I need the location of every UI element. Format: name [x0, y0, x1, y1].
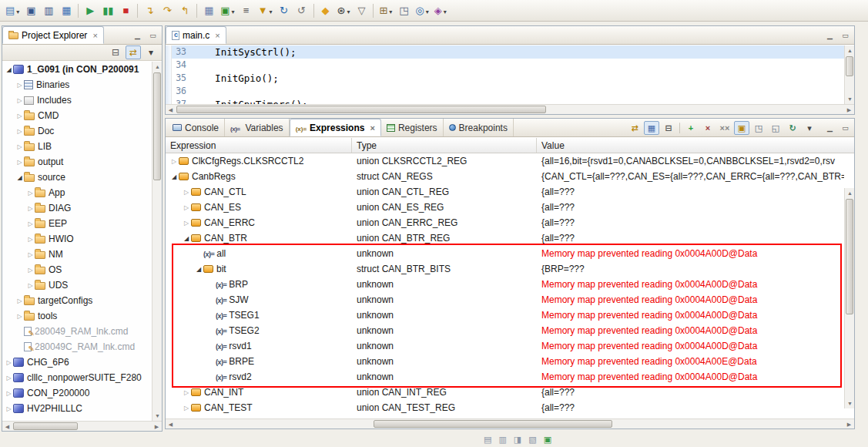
tree-item[interactable]: HV2PHILLLC — [2, 401, 152, 416]
tree-item[interactable]: DIAG — [2, 200, 152, 216]
view-memory-button[interactable]: ▦ — [200, 2, 217, 19]
save-all-button[interactable]: ▥ — [40, 2, 57, 19]
new-window-button[interactable]: ◳ — [395, 2, 412, 19]
tree-item[interactable]: targetConfigs — [2, 293, 152, 308]
expander-icon[interactable] — [194, 266, 203, 273]
expander-icon[interactable] — [15, 143, 24, 150]
scrollbar-thumb[interactable] — [13, 422, 78, 430]
close-icon[interactable]: × — [92, 31, 97, 40]
searchlight-button[interactable]: ◎ — [413, 2, 431, 19]
add-expression-button[interactable]: + — [683, 121, 699, 135]
tree-item[interactable]: 1_G091 (in CON_P200091 — [2, 62, 152, 77]
expander-icon[interactable] — [5, 390, 13, 397]
column-header[interactable]: Type — [352, 138, 537, 153]
expander-icon[interactable] — [26, 282, 35, 289]
expander-icon[interactable] — [182, 189, 191, 196]
refresh-view-button[interactable]: ↻ — [785, 121, 800, 135]
status-icon-5[interactable]: ▣ — [544, 435, 551, 445]
collapse-all-button[interactable]: ⊟ — [661, 121, 676, 135]
expander-icon[interactable] — [26, 205, 35, 212]
expression-row[interactable]: CAN_ERRC union CAN_ERRC_REG {all=??? — [166, 215, 844, 230]
suspend-button[interactable]: ▮▮ — [99, 2, 116, 19]
auto-update-toggle-button[interactable]: ▣ — [734, 121, 749, 135]
minimize-button[interactable]: ▁ — [824, 29, 836, 41]
remove-all-expressions-button[interactable]: ×× — [717, 121, 732, 135]
scroll-left-icon[interactable] — [166, 419, 176, 429]
status-icon-4[interactable]: ▧ — [528, 435, 536, 445]
expression-row[interactable]: SJW unknown Memory map prevented reading… — [166, 292, 844, 308]
tree-item[interactable]: source — [2, 170, 152, 185]
expression-row[interactable]: rsvd1 unknown Memory map prevented readi… — [166, 338, 844, 354]
expression-row[interactable]: bit struct CAN_BTR_BITS {BRP=??? — [166, 261, 844, 277]
tree-item[interactable]: App — [2, 185, 152, 200]
expression-row[interactable]: rsvd2 unknown Memory map prevented readi… — [166, 369, 844, 385]
expressions-vertical-scrollbar[interactable] — [844, 188, 854, 408]
scrollbar-thumb[interactable] — [153, 72, 161, 180]
expander-icon[interactable] — [15, 82, 24, 89]
expander-icon[interactable] — [5, 66, 13, 73]
console-button[interactable]: ▦ — [58, 2, 75, 19]
expander-icon[interactable] — [15, 313, 24, 320]
expression-row[interactable]: BRP unknown Memory map prevented reading… — [166, 277, 844, 292]
scrollbar-thumb[interactable] — [846, 56, 853, 76]
expander-icon[interactable] — [26, 220, 35, 227]
show-logical-structure-button[interactable]: ▦ — [644, 121, 659, 135]
maximize-button[interactable]: ▭ — [840, 29, 851, 41]
column-header[interactable]: Value — [537, 138, 854, 153]
step-return-button[interactable]: ↰ — [176, 2, 193, 19]
scroll-down-icon[interactable] — [845, 94, 855, 104]
minimize-button[interactable]: ▁ — [132, 29, 143, 41]
expression-row[interactable]: BRPE unknown Memory map prevented readin… — [166, 354, 844, 369]
expression-row[interactable]: CanbRegs struct CAN_REGS {CAN_CTL={all=?… — [166, 169, 844, 184]
editor-tab-main-c[interactable]: main.c × — [166, 26, 226, 44]
expression-row[interactable]: CAN_BTR union CAN_BTR_REG {all=??? — [166, 230, 844, 246]
tree-item[interactable]: output — [2, 154, 152, 170]
scrollbar-thumb[interactable] — [374, 420, 612, 428]
step-over-button[interactable]: ↷ — [159, 2, 176, 19]
tree-item[interactable]: Doc — [2, 123, 152, 139]
project-tree-horizontal-scrollbar[interactable] — [2, 421, 162, 431]
collapse-all-button[interactable]: ⊟ — [108, 45, 123, 59]
project-explorer-tab[interactable]: Project Explorer × — [2, 26, 104, 44]
editor-vertical-scrollbar[interactable] — [844, 45, 854, 104]
resume-button[interactable]: ▶ — [82, 2, 99, 19]
target-configuration-button[interactable]: ▣ — [218, 2, 236, 19]
scroll-left-icon[interactable] — [2, 422, 12, 432]
status-icon-3[interactable]: ◨ — [514, 435, 521, 445]
filter-button[interactable]: ▽ — [353, 2, 370, 19]
save-button[interactable]: ▣ — [22, 2, 39, 19]
code-line[interactable]: 34 — [172, 59, 844, 72]
close-icon[interactable]: × — [370, 123, 374, 133]
tree-item[interactable]: clllc_nonpowerSUITE_F280 — [2, 370, 152, 385]
new-button[interactable]: ▤ — [3, 2, 22, 19]
tree-item[interactable]: CHG_6P6 — [2, 355, 152, 370]
code-line[interactable]: 36 — [172, 85, 844, 98]
highlight-button[interactable]: ◆ — [317, 2, 334, 19]
maximize-button[interactable]: ▭ — [147, 29, 159, 41]
tree-item[interactable]: Binaries — [2, 77, 152, 92]
pin-button[interactable]: ◈ — [432, 2, 449, 19]
tab-expressions[interactable]: Expressions × — [290, 119, 381, 136]
expander-icon[interactable] — [182, 389, 191, 396]
expander-icon[interactable] — [26, 251, 35, 258]
editor-horizontal-scrollbar[interactable] — [166, 104, 854, 114]
restore-views-button[interactable]: ↺ — [293, 2, 310, 19]
remove-expression-button[interactable]: × — [700, 121, 716, 135]
scroll-left-icon[interactable] — [166, 105, 176, 115]
terminate-button[interactable]: ■ — [117, 2, 134, 19]
load-program-button[interactable]: ▼ — [256, 2, 275, 19]
tree-item[interactable]: tools — [2, 308, 152, 324]
tree-item[interactable]: EEP — [2, 216, 152, 231]
tree-item[interactable]: OS — [2, 262, 152, 277]
scrollbar-thumb[interactable] — [176, 106, 546, 113]
expander-icon[interactable] — [5, 359, 13, 366]
expander-icon[interactable] — [15, 174, 24, 181]
tree-item[interactable]: UDS — [2, 277, 152, 293]
link-with-editor-button[interactable]: ⇄ — [126, 45, 141, 59]
step-into-button[interactable]: ↴ — [141, 2, 158, 19]
tree-item[interactable]: LIB — [2, 139, 152, 154]
expander-icon[interactable] — [182, 405, 191, 412]
tree-item[interactable]: 280049C_RAM_lnk.cmd — [2, 339, 152, 355]
scroll-right-icon[interactable] — [152, 422, 162, 432]
expander-icon[interactable] — [5, 405, 13, 412]
